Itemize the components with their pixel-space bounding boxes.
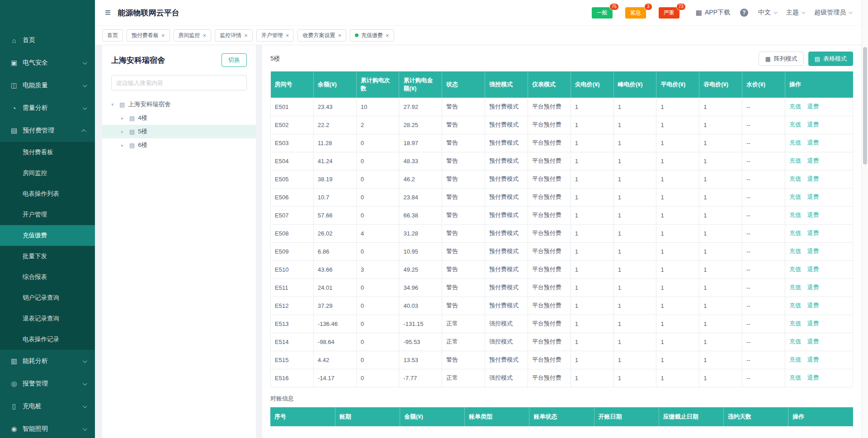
refund-link[interactable]: 退费 [807,139,819,146]
alarm-badge-severe[interactable]: 严重 73 [659,7,679,19]
refund-link[interactable]: 退费 [807,356,819,363]
recharge-link[interactable]: 充值 [789,175,801,182]
tab-monitor-detail[interactable]: 监控详情 × [215,29,253,42]
sidebar-item-home[interactable]: ⌂ 首页 [0,29,95,52]
scrollbar-thumb[interactable] [863,47,867,165]
recharge-link[interactable]: 充值 [789,320,801,327]
hamburger-menu-icon[interactable]: ≡ [105,8,111,18]
sharp-price-cell: 1 [571,315,613,333]
refund-link[interactable]: 退费 [807,320,819,327]
refund-link[interactable]: 退费 [807,374,819,381]
caret-right-icon[interactable]: ▸ [121,142,126,148]
refund-link[interactable]: 退费 [807,338,819,345]
tab-home[interactable]: 首页 [102,29,123,42]
tab-room-monitor[interactable]: 房间监控 × [174,29,212,42]
refund-link[interactable]: 退费 [807,121,819,128]
alarm-badge-general[interactable]: 一般 75 [592,7,613,19]
tree-floor-node[interactable]: ▸ ▤ 4楼 [102,111,256,125]
tab-close-icon[interactable]: × [161,33,165,38]
sidebar-subitem[interactable]: 开户管理 [0,204,95,225]
tree-floor-node[interactable]: ▸ ▤ 6楼 [102,138,256,152]
caret-right-icon[interactable]: ▸ [121,129,126,135]
recharge-link[interactable]: 充值 [789,302,801,309]
tab-close-icon[interactable]: × [203,33,207,38]
matrix-mode-button[interactable]: ▦ 阵列模式 [759,52,803,66]
tab-close-icon[interactable]: × [338,33,341,38]
refund-link[interactable]: 退费 [807,212,819,218]
recharge-link[interactable]: 充值 [789,212,801,218]
sidebar-item-electrical-safety[interactable]: ▣ 电气安全 [0,52,95,74]
recharge-link[interactable]: 充值 [789,157,801,164]
control-mode-cell: 预付费模式 [485,297,528,315]
recharge-link[interactable]: 充值 [789,193,801,200]
refund-link[interactable]: 退费 [807,284,819,291]
tab-fee-plan-settings[interactable]: 收费方案设置 × [297,29,346,42]
recharge-link[interactable]: 充值 [789,374,801,381]
refund-link[interactable]: 退费 [807,230,819,236]
tab-close-icon[interactable]: × [244,33,248,38]
tab-recharge-payment[interactable]: 充值缴费 × [350,29,394,42]
sidebar-item-alarm-management[interactable]: ◎ 报警管理 [0,372,95,395]
refund-link[interactable]: 退费 [807,302,819,309]
column-header: 房间号 [271,71,314,98]
tree-root-node[interactable]: ▾ ▤ 上海安科瑞宿舍 [102,98,256,111]
refund-link[interactable]: 退费 [807,175,819,182]
tree-floor-node[interactable]: ▸ ▤ 5楼 [102,125,256,138]
refund-link[interactable]: 退费 [807,266,819,273]
user-menu[interactable]: 超级管理员 [814,9,851,17]
sidebar-subitem[interactable]: 退表记录查询 [0,308,95,329]
valley-price-cell: 1 [699,170,742,188]
sidebar-item-smart-lighting[interactable]: ◉ 智能照明 [0,418,95,438]
recharge-link[interactable]: 充值 [789,266,801,273]
sidebar-subitem[interactable]: 房间监控 [0,163,95,184]
sidebar-subitem[interactable]: 充值缴费 [0,225,95,246]
app-download-link[interactable]: ▦ APP下载 [696,9,730,17]
tab-close-icon[interactable]: × [386,33,389,38]
control-mode-cell: 强控模式 [485,369,528,387]
tab-prepaid-dashboard[interactable]: 预付费看板 × [127,29,170,42]
refund-link[interactable]: 退费 [807,157,819,164]
refund-link[interactable]: 退费 [807,103,819,110]
recharge-link[interactable]: 充值 [789,139,801,146]
sidebar-subitem[interactable]: 批量下发 [0,246,95,267]
refund-link[interactable]: 退费 [807,193,819,200]
table-row: E513 -136.46 0 -131.15 正常 强控模式 平台预付费 1 1… [271,315,853,333]
help-icon[interactable]: ? [740,9,748,17]
vertical-scrollbar[interactable] [861,0,868,438]
sidebar-subitem[interactable]: 电表操作列表 [0,184,95,204]
alarm-management-icon: ◎ [10,380,18,388]
caret-right-icon[interactable]: ▸ [121,115,126,121]
sidebar-item-demand-analysis[interactable]: ◔ 需量分析 [0,97,95,119]
recharge-link[interactable]: 充值 [789,284,801,291]
recharge-link[interactable]: 充值 [789,103,801,110]
purchase-amount-cell: 34.96 [399,278,442,297]
caret-down-icon[interactable]: ▾ [111,102,116,108]
menu-label: 智能照明 [23,425,48,433]
recharge-link[interactable]: 充值 [789,356,801,363]
sidebar-subitem[interactable]: 综合报表 [0,267,95,287]
room-cell: E503 [271,134,314,152]
switch-building-button[interactable]: 切换 [222,53,247,67]
tree-search-input[interactable] [111,75,247,90]
refund-link[interactable]: 退费 [807,248,819,254]
tab-close-icon[interactable]: × [286,33,289,38]
alarm-badge-urgent[interactable]: 紧急 3 [625,7,646,19]
sidebar-item-prepaid-management[interactable]: ▤ 预付费管理 [0,119,95,142]
sidebar-subitem[interactable]: 预付费看板 [0,142,95,163]
balance-cell: 24.01 [313,278,356,297]
table-mode-button[interactable]: ▤ 表格模式 [808,52,853,66]
recharge-link[interactable]: 充值 [789,121,801,128]
sidebar-item-power-quality[interactable]: ◫ 电能质量 [0,74,95,97]
language-selector[interactable]: 中文 [758,9,776,17]
sidebar-subitem[interactable]: 销户记录查询 [0,287,95,308]
room-cell: E516 [271,369,314,387]
tab-account-management[interactable]: 开户管理 × [256,29,294,42]
theme-selector[interactable]: 主题 [786,9,804,17]
sidebar-item-energy-analysis[interactable]: ▥ 能耗分析 [0,350,95,372]
recharge-link[interactable]: 充值 [789,230,801,236]
recharge-link[interactable]: 充值 [789,338,801,345]
sidebar-subitem[interactable]: 电表操作记录 [0,329,95,350]
peak-price-cell: 1 [613,152,656,170]
recharge-link[interactable]: 充值 [789,248,801,254]
sidebar-item-charging-pile[interactable]: ▯ 充电桩 [0,395,95,418]
